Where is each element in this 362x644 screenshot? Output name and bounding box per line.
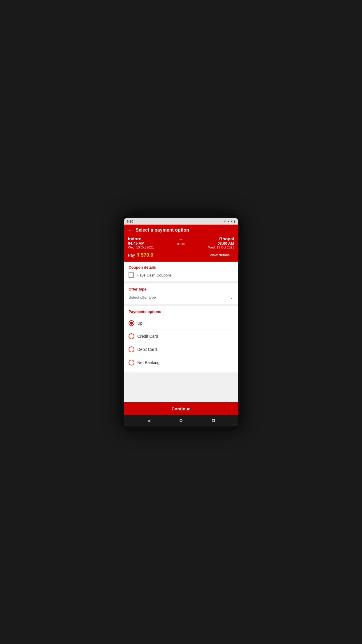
- app-header: ← Select a payment option Indore 04:45 A…: [124, 225, 238, 262]
- radio-net-banking[interactable]: [129, 360, 134, 365]
- cash-coupon-checkbox[interactable]: [129, 272, 134, 278]
- cash-coupon-label: Have Cash Coupons: [137, 273, 172, 277]
- radio-upi-label: Upi: [137, 321, 143, 326]
- status-bar: 6:20 ▼ ▲▲ ▮: [124, 218, 238, 225]
- coupon-section: Coupon details Have Cash Coupons: [124, 262, 238, 281]
- view-details-label: View details: [210, 253, 230, 257]
- dest-city: Bhopal: [208, 236, 234, 241]
- recents-nav-button[interactable]: [212, 419, 215, 422]
- journey-origin: Indore 04:45 AM Wed, 13 Oct 2021: [128, 236, 154, 249]
- coupon-section-title: Coupon details: [129, 265, 233, 270]
- payment-option-debit-card[interactable]: Debit Card: [129, 343, 233, 356]
- offer-section: Offer type Select offer type ⌄: [124, 284, 238, 304]
- offer-section-title: Offer type: [129, 287, 233, 291]
- payments-section: Payments options Upi Credit Card Debit C…: [124, 306, 238, 372]
- continue-button[interactable]: Continue: [124, 402, 238, 415]
- origin-date: Wed, 13 Oct 2021: [128, 246, 154, 249]
- radio-net-banking-label: Net Banking: [137, 360, 159, 365]
- signal-icon: ▲▲: [227, 220, 233, 223]
- radio-upi[interactable]: [129, 320, 134, 326]
- radio-credit-card-label: Credit Card: [137, 334, 158, 339]
- payment-option-upi[interactable]: Upi: [129, 317, 233, 330]
- dest-date: Wed, 13 Oct 2021: [208, 246, 234, 249]
- dest-time: 08:00 AM: [208, 241, 234, 246]
- journey-duration: 03:45: [177, 242, 185, 246]
- phone-screen: 6:20 ▼ ▲▲ ▮ ← Select a payment option In…: [124, 218, 238, 426]
- back-nav-button[interactable]: ◀: [147, 418, 150, 423]
- radio-debit-card-label: Debit Card: [137, 347, 157, 352]
- view-details-chevron: ⌄: [231, 253, 234, 257]
- journey-destination: Bhopal 08:00 AM Wed, 13 Oct 2021: [208, 236, 234, 249]
- origin-time: 04:45 AM: [128, 241, 154, 246]
- status-icons: ▼ ▲▲ ▮: [224, 220, 235, 223]
- origin-city: Indore: [128, 236, 154, 241]
- offer-type-chevron: ⌄: [230, 295, 233, 300]
- home-nav-button[interactable]: [180, 419, 182, 422]
- payment-option-net-banking[interactable]: Net Banking: [129, 356, 233, 369]
- pay-info: Pay ₹ 570.0: [128, 252, 153, 258]
- pay-row: Pay ₹ 570.0 View details ⌄: [128, 252, 234, 258]
- radio-credit-card[interactable]: [129, 333, 134, 339]
- payment-option-credit-card[interactable]: Credit Card: [129, 330, 233, 343]
- page-title: Select a payment option: [136, 228, 189, 233]
- status-time: 6:20: [127, 220, 133, 223]
- battery-icon: ▮: [234, 220, 235, 223]
- view-details-button[interactable]: View details ⌄: [210, 253, 234, 257]
- direction-arrow: →: [179, 237, 183, 242]
- journey-middle: → 03:45: [177, 236, 185, 246]
- payments-section-title: Payments options: [129, 309, 233, 314]
- coupon-checkbox-row[interactable]: Have Cash Coupons: [129, 272, 233, 278]
- journey-row: Indore 04:45 AM Wed, 13 Oct 2021 → 03:45…: [128, 236, 234, 249]
- radio-debit-card[interactable]: [129, 346, 134, 352]
- back-button[interactable]: ←: [128, 228, 133, 233]
- pay-label: Pay: [128, 253, 135, 258]
- offer-type-placeholder: Select offer type: [129, 295, 156, 300]
- bottom-nav: ◀: [124, 415, 238, 426]
- phone-frame: 6:20 ▼ ▲▲ ▮ ← Select a payment option In…: [120, 213, 242, 431]
- header-title-row: ← Select a payment option: [128, 228, 234, 233]
- wifi-icon: ▼: [224, 220, 226, 223]
- pay-amount: ₹ 570.0: [136, 252, 153, 258]
- offer-type-select[interactable]: Select offer type ⌄: [129, 294, 233, 300]
- content-area: Coupon details Have Cash Coupons Offer t…: [124, 262, 238, 402]
